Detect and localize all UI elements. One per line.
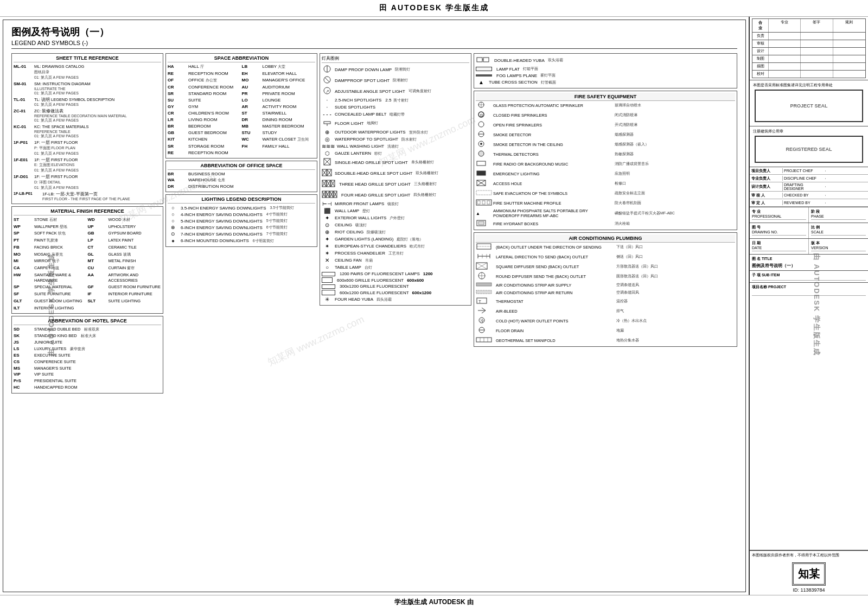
air-cond-heading: AIR CONDITIONING PLUMBING (476, 234, 735, 243)
air-cond-section: AIR CONDITIONING PLUMBING (BACK) OUTLET … (474, 232, 737, 347)
hs-hc: HCHANDICAPPED ROOM (14, 385, 161, 390)
person-project-chef: 项目负责人 PROJECT CHEF (750, 167, 868, 175)
space-abbrev-section: SPACE ABBREVIATION HAHALL 厅 LBLOBBY 大堂 R… (165, 53, 317, 158)
person-drafting-designer: 设计负责人 DRAFTING DESIGNER (750, 182, 868, 192)
hs-sd: SDSTANDARD DUBLE BED标准双床 (14, 327, 161, 332)
hs-ms: MSMANAGER'S SUITE (14, 366, 161, 371)
material-section: MATERIAL FINISH REFERENCE STSTONE 石材 WDW… (11, 206, 163, 314)
mat-up: UPUPHOLSTERY (88, 224, 162, 230)
fire-safety-section: FIRE SAFETY EQUIPMENT GLASS PROTECTION A… (474, 91, 737, 230)
drawing-area: 知某网 www.znzmo.com 知某网 www.znzmo.com 知某网 … (3, 20, 746, 592)
project-seal-title: PROJECT SEAL (790, 103, 827, 109)
mat-sf: SFSUITE FURNITURE (14, 291, 87, 297)
space-grid: HAHALL 厅 LBLOBBY 大堂 RERECEPTION ROOM EHE… (168, 64, 315, 156)
person-rb-title: REVIEWED BY (782, 200, 825, 205)
page-wrapper: 田 AUTODESK 学生版生成 知某网 www.znzmo.com 知某网 w… (0, 0, 868, 609)
svg-text:冷: 冷 (480, 319, 484, 323)
svg-text:↗: ↗ (326, 89, 329, 94)
person-dc-title: DISCIPLINE CHEF (782, 176, 825, 181)
svg-point-51 (478, 151, 484, 156)
person-pc-title: PROJECT CHEF (782, 168, 825, 173)
mat-glt: GLTGUEST ROOM LIGHTING (14, 299, 87, 304)
light-1: ○ 3.5-INCH ENERGY SAVING DOWNLIGHTS 3.5寸… (168, 205, 315, 211)
col1: SHEET TITLE REFERENCE ML-01 ML: DRAWINGS… (11, 53, 163, 394)
mat-aa: AAARTWORK AND ACCESSORIES (88, 272, 162, 283)
sheet-zc: ZC-01 ZC: 装修做法表 REFERENCE TABLE DECORATI… (14, 109, 161, 123)
air-cond-grid: (BACK) OUTLET UNDER THE DIRECTION OF SEN… (476, 243, 735, 345)
sheet-tl: TL-01 TL: 说明 LEGEND SYMBOL DESCRIPTION 0… (14, 97, 161, 108)
svg-rect-60 (482, 201, 485, 204)
fire-safety-grid: GLASS PROTECTION AUTOMATIC SPRINKLER 玻璃球… (476, 101, 735, 228)
doc-title-cn: 图例及符号说明（一） (11, 26, 737, 39)
svg-rect-77 (476, 283, 492, 286)
col2: SPACE ABBREVIATION HAHALL 厅 LBLOBBY 大堂 R… (165, 53, 317, 394)
col4: DOUBLE-HEADED YUBA 双头浴霸 LAMP FLAT 灯箱平面 F… (474, 53, 737, 394)
space-abbrev-heading: SPACE ABBREVIATION (168, 55, 315, 62)
svg-rect-63 (478, 221, 484, 225)
bottom-watermark-text: 学生版生成 AUTODESK 由 (394, 598, 474, 606)
sheet-1fd01: 1F-D01 1F: 一层 FIRST FLOOR D: 详图 DETAIL 0… (14, 174, 161, 191)
person-discipline-chef: 专业负责人 DISCIPLINE CHEF (750, 175, 868, 182)
svg-rect-38 (477, 58, 482, 62)
person-checked-by: 审 核 人 CHECKED BY (750, 192, 868, 199)
mat-gl: GLGLASS 玻璃 (88, 252, 162, 257)
sheet-kc: KC-01 KC: THE SPACE MATERIALS REFERENCE … (14, 124, 161, 139)
mat-sp: SPSOFT PACK 软包 (14, 231, 87, 236)
id-label: ID: 113839784 (752, 587, 866, 593)
svg-rect-52 (477, 161, 486, 166)
date-version: 日 期 DATE 版 本 VERSION (750, 239, 868, 255)
hs-vip: VIPVIP SUITE (14, 372, 161, 377)
mat-mt: MTMETAL FINISH (88, 258, 162, 264)
office-space-heading: ABBREVIATION OF OFFICE SPACE (168, 163, 315, 170)
svg-line-83 (482, 310, 486, 313)
svg-rect-53 (477, 171, 486, 175)
hs-cs: CSCONFERENCE SUITE (14, 359, 161, 365)
col3: 灯具图例 DAMP PROOF DOWN LAMP 防潮筒灯 (320, 53, 471, 394)
svg-rect-78 (476, 290, 492, 294)
mat-gb: GBGYPSUM BOARD (88, 231, 162, 236)
title-row: 图 名 TITLE 图例及符号说明（一） (750, 255, 868, 271)
sheet-1flbp01: 1F-LB-P01 1F-LB: 一层-大堂-平面第一页 FIRST FLOOR… (14, 192, 161, 201)
svg-rect-61 (487, 201, 490, 204)
tb-col-professional: 专业 (769, 19, 801, 32)
registered-seal-section: 注册建筑师公用章 REGISTERED SEAL (750, 126, 868, 167)
tb-col-sign: 签字 (801, 19, 833, 32)
mat-ca: CACARPET 地毯 (14, 265, 87, 271)
sheet-title-heading: SHEET TITLE REFERENCE (14, 55, 161, 62)
sheet-sm: SM-01 SM: INSTRUCTION DIAGRAM ILLUSTRATE… (14, 81, 161, 96)
mat-gf: GFGUEST ROOM FURNITURE (88, 284, 162, 290)
fire-safety-heading: FIRE SAFETY EQUIPMENT (476, 93, 735, 101)
hs-js: JSJUNIOR SUITE (14, 340, 161, 345)
registered-seal-title: REGISTERED SEAL (786, 147, 832, 152)
svg-point-46 (478, 122, 484, 127)
hs-prs: PrSPRESIDENTIAL SUITE (14, 378, 161, 384)
mat-ct: CTCERAMIC TILE (88, 245, 162, 250)
footer-note: 本图纸版权归原作者所有，不得用于本工程以外范围 (752, 553, 866, 558)
mat-slt: SLTSUITE LIGHTING (88, 299, 162, 304)
persons-section: 项目负责人 PROJECT CHEF 专业负责人 DISCIPLINE CHEF… (750, 167, 868, 207)
project-seal-box: PROJECT SEAL (755, 90, 863, 122)
legend-columns: SHEET TITLE REFERENCE ML-01 ML: DRAWINGS… (11, 53, 737, 394)
svg-rect-6 (324, 122, 330, 124)
mat-wp: WPWALLPAPER 壁纸 (14, 224, 87, 230)
person-reviewed-by: 审 定 人 REVIEWED BY (750, 199, 868, 207)
svg-line-3 (325, 78, 329, 82)
mat-mo: MOMOSAIC 马赛克 (14, 252, 87, 257)
light-5: ⊙ 7-INCH ENERGY SAVING DOWNLIGHTS 7寸节能筒灯 (168, 231, 315, 237)
project-row: 项目名称 PROJECT (750, 283, 868, 550)
lighting-legend-heading: LIGHTING LEGEND DESCRIPTION (168, 196, 315, 204)
svg-rect-58 (476, 200, 492, 205)
mat-wd: WDWOOD 木材 (88, 217, 162, 223)
tb-company: 合业 (752, 19, 769, 32)
mat-fb: FBFACING BRICK (14, 245, 87, 250)
registered-seal-box: REGISTERED SEAL (755, 136, 863, 163)
light-4: ⊗ 6-INCH ENERGY SAVING DOWNLIGHTS 6寸节能筒灯 (168, 225, 315, 230)
person-cb-title: CHECKED BY (782, 193, 825, 198)
doc-title-en: LEGEND AND SYMBOLS (-) (11, 40, 737, 49)
project-seal-note: 本图是否采用标准图集请详见注明工程专用章处 (753, 83, 865, 88)
sheet-1fe01: 1F-E01 1F: 一层 FIRST FLOOR E: 立面图 ELEVATI… (14, 157, 161, 174)
mat-cu: CUCURTAIN 窗帘 (88, 265, 162, 271)
hs-es: ESEXECUTIVE SUITE (14, 353, 161, 358)
svg-rect-59 (477, 201, 480, 204)
top-watermark-text: 田 AUTODESK 学生版生成 (379, 3, 489, 12)
